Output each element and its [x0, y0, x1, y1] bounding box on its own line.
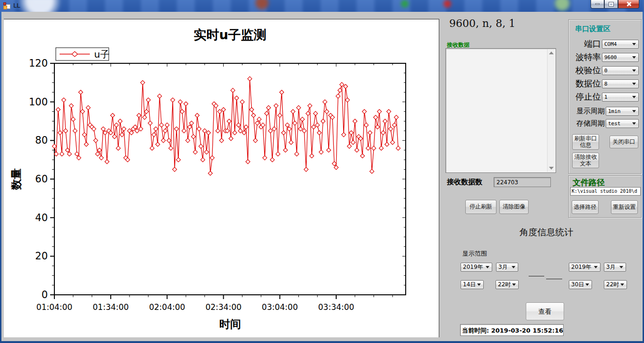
- chevron-down-icon: [585, 283, 589, 286]
- serial-settings-title: 串口设置区: [575, 25, 610, 34]
- chevron-down-icon: [619, 266, 623, 268]
- receive-data-textbox[interactable]: [445, 48, 556, 173]
- scroll-up-icon[interactable]: [549, 51, 554, 54]
- clear-receive-text-button[interactable]: 清除接收文本: [572, 153, 599, 168]
- databits-select[interactable]: 8: [602, 79, 639, 88]
- svg-text:100: 100: [29, 96, 48, 108]
- minimize-icon: [595, 3, 600, 5]
- chevron-down-icon: [632, 56, 636, 59]
- close-icon: [626, 1, 631, 7]
- receive-count-field[interactable]: 224703: [494, 177, 551, 187]
- close-button[interactable]: [618, 0, 639, 9]
- stopbits-label: 停止位: [570, 91, 602, 103]
- port-summary-text: 9600, n, 8, 1: [449, 17, 515, 29]
- chevron-down-icon: [632, 83, 636, 85]
- parity-select[interactable]: 0: [602, 66, 639, 75]
- parity-row: 校验位 0: [570, 66, 639, 75]
- view-button[interactable]: 查看: [526, 302, 564, 320]
- port-row: 端口 COM4: [570, 39, 639, 49]
- chevron-down-icon: [512, 283, 516, 286]
- svg-text:02:34:00: 02:34:00: [205, 302, 241, 312]
- maximize-button[interactable]: [604, 0, 618, 9]
- app-icon: [3, 2, 10, 9]
- chevron-down-icon: [620, 283, 624, 286]
- svg-text:40: 40: [35, 212, 48, 223]
- choose-path-button[interactable]: 选择路径: [572, 200, 599, 214]
- svg-text:01:04:00: 01:04:00: [36, 302, 72, 312]
- maximize-icon: [609, 2, 613, 6]
- chevron-down-icon: [477, 283, 481, 286]
- to-month-select[interactable]: 3月: [604, 263, 626, 272]
- chevron-down-icon: [632, 110, 636, 112]
- svg-text:02:04:00: 02:04:00: [149, 302, 185, 312]
- databits-row: 数据位 8: [570, 79, 639, 88]
- window-title: LL: [13, 2, 20, 9]
- baud-label: 波特率: [570, 51, 602, 63]
- to-year-select[interactable]: 2019年: [569, 263, 600, 272]
- chevron-down-icon: [632, 43, 636, 45]
- from-hour-select[interactable]: 22时: [496, 280, 519, 289]
- refresh-serial-button[interactable]: 刷新串口信息: [572, 134, 599, 150]
- store-period-label: 存储周期: [570, 119, 606, 128]
- svg-text:03:34:00: 03:34:00: [318, 302, 354, 312]
- svg-text:20: 20: [35, 250, 48, 262]
- display-period-row: 显示周期 1min: [570, 106, 639, 116]
- file-path-title: 文件路径: [573, 177, 605, 188]
- store-period-select[interactable]: test: [606, 119, 639, 128]
- from-day-select[interactable]: 14日: [461, 280, 484, 289]
- clear-image-button[interactable]: 清除图像: [499, 200, 529, 214]
- range-separator-line: [529, 276, 544, 276]
- baud-row: 波特率 9600: [570, 52, 639, 62]
- file-path-field[interactable]: K:\visual studio 2010\d: [570, 187, 641, 196]
- svg-text:0: 0: [42, 289, 48, 300]
- svg-text:u子: u子: [94, 49, 110, 60]
- muon-chart: 02040608010012001:04:0001:34:0002:04:000…: [4, 19, 439, 338]
- reset-button[interactable]: 重新设置: [611, 200, 638, 214]
- chevron-down-icon: [632, 96, 636, 98]
- title-bar: LL: [0, 0, 644, 12]
- from-year-select[interactable]: 2019年: [461, 263, 492, 272]
- chevron-down-icon: [486, 266, 489, 268]
- scroll-down-icon[interactable]: [549, 167, 554, 170]
- svg-text:01:34:00: 01:34:00: [93, 302, 129, 312]
- display-period-select[interactable]: 1min: [606, 107, 639, 116]
- port-label: 端口: [570, 38, 602, 50]
- store-period-row: 存储周期 test: [570, 119, 639, 128]
- to-hour-select[interactable]: 22时: [604, 280, 627, 289]
- app-window: LL 02040608010012001:04:0001:34:0002:04:…: [0, 0, 644, 343]
- baud-select[interactable]: 9600: [602, 53, 639, 62]
- svg-text:80: 80: [35, 135, 48, 146]
- minimize-button[interactable]: [591, 0, 604, 9]
- chevron-down-icon: [632, 69, 636, 72]
- chevron-down-icon: [594, 266, 598, 268]
- svg-text:时间: 时间: [219, 318, 241, 330]
- databits-label: 数据位: [570, 78, 602, 89]
- parity-label: 校验位: [570, 65, 602, 76]
- stopbits-select[interactable]: 1: [602, 93, 639, 102]
- chevron-down-icon: [512, 266, 515, 268]
- muon-chart-panel: 02040608010012001:04:0001:34:0002:04:000…: [4, 19, 439, 337]
- stop-refresh-button[interactable]: 停止刷新: [465, 200, 496, 214]
- close-serial-button[interactable]: 关闭串口: [609, 136, 638, 148]
- current-time-field: 当前时间: 2019-03-20 15:52:16: [460, 324, 564, 336]
- client-area: 02040608010012001:04:0001:34:0002:04:000…: [1, 12, 643, 341]
- receive-count-label: 接收数据数: [447, 178, 482, 187]
- svg-text:03:04:00: 03:04:00: [262, 302, 298, 312]
- angle-stats-title: 角度信息统计: [474, 226, 618, 239]
- scrollbar[interactable]: [547, 49, 555, 172]
- svg-text:60: 60: [35, 173, 48, 185]
- to-day-select[interactable]: 30日: [569, 280, 592, 289]
- display-range-label: 显示范围: [462, 249, 487, 258]
- aero-glass-background: [0, 0, 644, 12]
- svg-text:数量: 数量: [10, 168, 22, 190]
- port-select[interactable]: COM4: [602, 40, 639, 49]
- range-separator-line: [546, 279, 562, 279]
- display-period-label: 显示周期: [570, 107, 606, 116]
- stopbits-row: 停止位 1: [570, 92, 639, 102]
- chevron-down-icon: [632, 122, 636, 125]
- window-controls: [591, 0, 639, 9]
- svg-text:实时u子监测: 实时u子监测: [193, 27, 266, 42]
- from-month-select[interactable]: 3月: [496, 263, 518, 272]
- serial-settings-group: 串口设置区 端口 COM4 波特率 9600 校验位 0 数据位 8 停止位 1: [568, 19, 642, 174]
- svg-text:120: 120: [29, 58, 48, 69]
